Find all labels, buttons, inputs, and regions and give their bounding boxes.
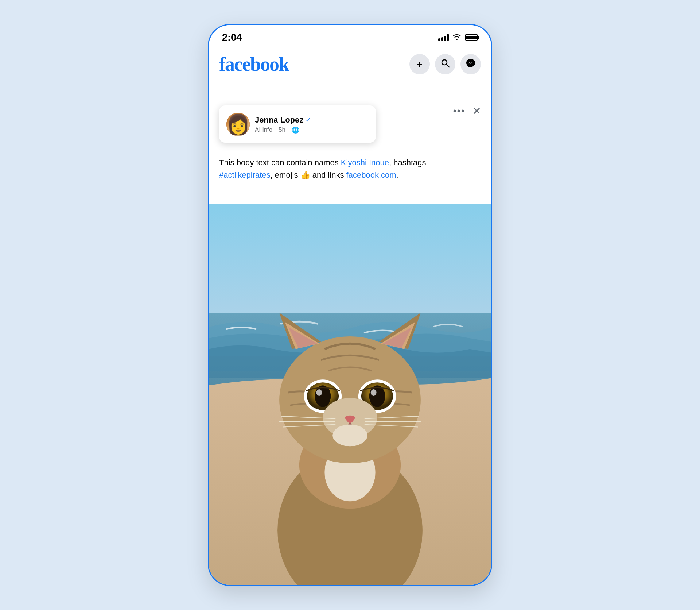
ai-info-label[interactable]: AI info xyxy=(255,126,272,134)
messenger-icon xyxy=(466,58,476,70)
close-button[interactable]: ✕ xyxy=(472,106,481,116)
post-text-mid2: , emojis 👍 and links xyxy=(271,170,346,179)
svg-point-20 xyxy=(369,385,385,407)
post-card: Jenna Lopez ✓ AI info · 5h · 🌐 xyxy=(219,105,376,143)
post-time: 5h xyxy=(279,126,285,134)
phone-frame: 2:04 facebook + xyxy=(208,24,492,586)
svg-line-1 xyxy=(447,65,450,67)
search-button[interactable] xyxy=(435,54,455,74)
post-user-info: Jenna Lopez ✓ AI info · 5h · 🌐 xyxy=(255,115,369,134)
hashtag-link[interactable]: #actlikepirates xyxy=(219,170,271,179)
signal-icon xyxy=(438,34,449,41)
post-text-mid: , hashtags xyxy=(389,158,426,167)
user-name: Jenna Lopez xyxy=(255,115,303,125)
post-text-suffix: . xyxy=(396,170,398,179)
fb-header: facebook + xyxy=(209,47,491,83)
post-text: This body text can contain names Kiyoshi… xyxy=(219,157,481,181)
svg-point-29 xyxy=(332,425,367,447)
user-name-row: Jenna Lopez ✓ xyxy=(255,115,369,125)
status-time: 2:04 xyxy=(222,32,242,43)
avatar xyxy=(226,113,250,136)
post-top-actions: ••• ✕ xyxy=(453,105,481,117)
battery-icon xyxy=(465,34,478,41)
search-icon xyxy=(440,58,450,70)
add-button[interactable]: + xyxy=(409,54,430,74)
svg-point-17 xyxy=(316,389,322,396)
svg-point-21 xyxy=(371,389,377,396)
status-bar: 2:04 xyxy=(209,25,491,47)
svg-point-16 xyxy=(315,385,331,407)
post-body: This body text can contain names Kiyoshi… xyxy=(209,149,491,181)
meta-separator-2: · xyxy=(288,126,289,134)
globe-icon: 🌐 xyxy=(292,126,299,134)
messenger-button[interactable] xyxy=(460,54,481,74)
meta-separator: · xyxy=(275,126,276,134)
plus-icon: + xyxy=(417,58,423,70)
facebook-logo: facebook xyxy=(219,53,289,76)
more-options-button[interactable]: ••• xyxy=(453,105,465,117)
post-image xyxy=(209,204,491,585)
post-header: Jenna Lopez ✓ AI info · 5h · 🌐 xyxy=(226,113,369,136)
mention-link[interactable]: Kiyoshi Inoue xyxy=(341,158,389,167)
wifi-icon xyxy=(452,34,461,42)
external-link[interactable]: facebook.com xyxy=(346,170,396,179)
verified-badge-icon: ✓ xyxy=(306,116,311,124)
header-actions: + xyxy=(409,54,481,74)
post-meta: AI info · 5h · 🌐 xyxy=(255,126,369,134)
post-text-prefix: This body text can contain names xyxy=(219,158,341,167)
status-icons xyxy=(438,34,478,42)
